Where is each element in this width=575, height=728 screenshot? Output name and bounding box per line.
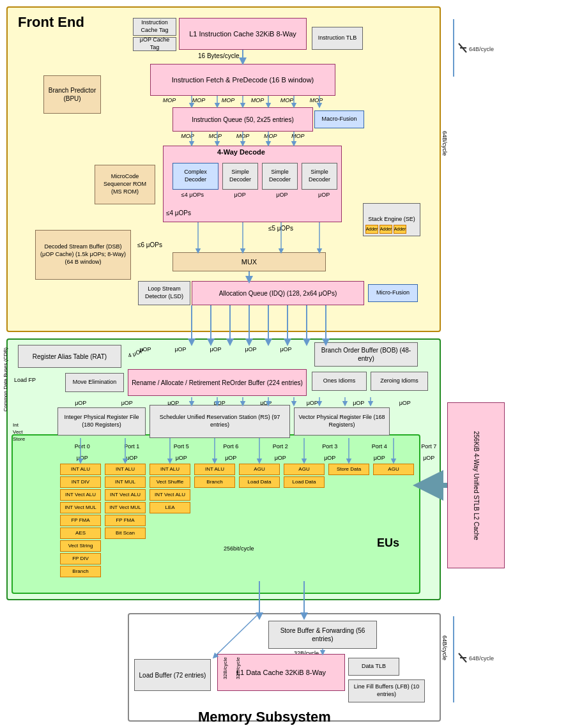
icache-tag: Instruction Cache Tag: [133, 18, 176, 36]
eus-title: EUs: [377, 536, 399, 550]
p2-load-data: Load Data: [239, 476, 280, 488]
load-buffer: Load Buffer (72 entries): [134, 659, 211, 691]
p1-bit-scan: Bit Scan: [105, 527, 146, 539]
four-way-decode-label: 4-Way Decode: [217, 148, 265, 156]
instruction-queue: Instruction Queue (50, 2x25 entries): [172, 107, 313, 132]
se-adder-1: Adder: [365, 225, 378, 234]
vec-prf: Vector Physical Register File (168 Regis…: [294, 407, 390, 436]
bw-64b-right-top: 64B/cycle: [441, 131, 448, 156]
macro-fusion: Macro-Fusion: [314, 110, 364, 128]
dtlb: Data TLB: [348, 658, 399, 676]
lt4-uops-label: ≤4 μOPs: [166, 209, 191, 216]
p0-aes: AES: [60, 527, 101, 539]
svg-line-47: [459, 43, 466, 52]
bw-32b-v1: 32B/cycle: [222, 657, 228, 679]
itlb: Instruction TLB: [312, 27, 363, 50]
p0-int-vect-alu: INT Vect ALU: [60, 489, 101, 501]
p0-fp-fma: FP FMA: [60, 515, 101, 526]
simple-decoder-1: Simple Decoder: [222, 163, 258, 190]
common-data-buses: Common Data Buses (CDB): [3, 347, 8, 411]
rat: Register Alias Table (RAT): [18, 345, 121, 368]
p0-int-alu: INT ALU: [60, 464, 101, 475]
frontend-title: Front End: [18, 14, 84, 31]
scheduler: Scheduler Unified Reservation Station (R…: [150, 405, 290, 438]
int-vect-labels: Int Vect Store: [13, 421, 25, 443]
bandwidth-label-16b: 16 Bytes/cycle: [198, 52, 239, 59]
svg-text:64B/cycle: 64B/cycle: [469, 46, 494, 52]
p1-int-vect-alu: INT Vect ALU: [105, 489, 146, 501]
p7-agu: AGU: [373, 464, 414, 475]
uop-cache-tag: μOP Cache Tag: [133, 37, 176, 51]
p5-int-vect-alu: INT Vect ALU: [150, 489, 190, 501]
simple-decoder-2: Simple Decoder: [262, 163, 298, 190]
l1-icache: L1 Instruction Cache 32KiB 8-Way: [179, 18, 307, 50]
memory-title: Memory Subsystem: [198, 709, 331, 725]
p0-branch: Branch: [60, 566, 101, 577]
p5-lea: LEA: [150, 502, 190, 513]
simple-decoder-3: Simple Decoder: [302, 163, 337, 190]
int-prf: Integer Physical Register File (180 Regi…: [57, 407, 146, 436]
bw-32b-v2: 32B/cycle: [235, 657, 241, 679]
mop-row-2: MOP MOP MOP MOP MOP: [174, 133, 312, 139]
svg-text:64B/cycle: 64B/cycle: [469, 655, 494, 662]
p3-agu: AGU: [284, 464, 325, 475]
lt5-uops-label: ≤5 μOPs: [268, 225, 293, 232]
decoder-uop-labels: ≤4 μOPs μOP μOP μOP: [166, 192, 345, 198]
branch-predictor: Branch Predictor (BPU): [43, 75, 101, 114]
lt6-uops-label: ≤6 μOPs: [137, 241, 162, 248]
p1-int-vect-mul: INT Vect MUL: [105, 502, 146, 513]
idq: Allocation Queue (IDQ) (128, 2x64 μOPs): [192, 281, 364, 305]
p6-int-alu: INT ALU: [194, 464, 235, 475]
move-elimination: Move Elimination: [65, 373, 124, 392]
zeroing-idioms: Zeroing Idioms: [371, 372, 428, 391]
p1-int-alu: INT ALU: [105, 464, 146, 475]
mop-row-1: MOP MOP MOP MOP MOP MOP: [155, 97, 331, 103]
store-buffer: Store Buffer & Forwarding (56 entries): [268, 621, 377, 649]
p4-store-data: Store Data: [328, 464, 369, 475]
ones-idioms: Ones Idioms: [312, 372, 367, 391]
p0-int-vect-mul: INT Vect MUL: [60, 502, 101, 513]
p6-branch: Branch: [194, 476, 235, 488]
uop-row-ports: μOP μOP μOP μOP μOP μOP μOP μOP: [57, 455, 454, 461]
ms-rom: MicroCode Sequencer ROM (MS ROM): [95, 165, 155, 204]
p0-int-div: INT DIV: [60, 476, 101, 488]
svg-line-51: [459, 653, 466, 662]
bw-64b-right-bottom: 64B/cycle: [441, 635, 448, 660]
p1-fp-fma: FP FMA: [105, 515, 146, 526]
rob: Rename / Allocate / Retirement ReOrder B…: [128, 369, 307, 396]
port-labels-row: Port 0 Port 1 Port 5 Port 6 Port 2 Port …: [57, 443, 454, 450]
mux: MUX: [172, 252, 326, 271]
p5-int-alu: INT ALU: [150, 464, 190, 475]
bw-256bit: 256bit/cycle: [224, 545, 254, 552]
complex-decoder: Complex Decoder: [172, 163, 218, 190]
lsd: Loop Stream Detector (LSD): [138, 281, 190, 305]
p5-vect-shuffle: Vect Shuffle: [150, 476, 190, 488]
load-fp-label: Load FP: [14, 377, 36, 383]
p3-load-data: Load Data: [284, 476, 325, 488]
p2-agu: AGU: [239, 464, 280, 475]
se-adder-3: Adder: [394, 225, 406, 234]
p1-int-mul: INT MUL: [105, 476, 146, 488]
l2-cache: 256KiB 4-Way Unified STLB L2 Cache: [447, 402, 505, 568]
p0-vect-string: Vect String: [60, 540, 101, 552]
lfb: Line Fill Buffers (LFB) (10 entries): [348, 679, 425, 702]
bob: Branch Order Buffer (BOB) (48-entry): [314, 342, 418, 367]
p0-fp-div: FP DIV: [60, 553, 101, 565]
se-adder-2: Adder: [379, 225, 392, 234]
fetch-predecode: Instruction Fetch & PreDecode (16 B wind…: [150, 64, 335, 96]
micro-fusion: Micro-Fusion: [368, 284, 418, 302]
dsb: Decoded Stream Buffer (DSB) (μOP Cache) …: [35, 230, 131, 280]
